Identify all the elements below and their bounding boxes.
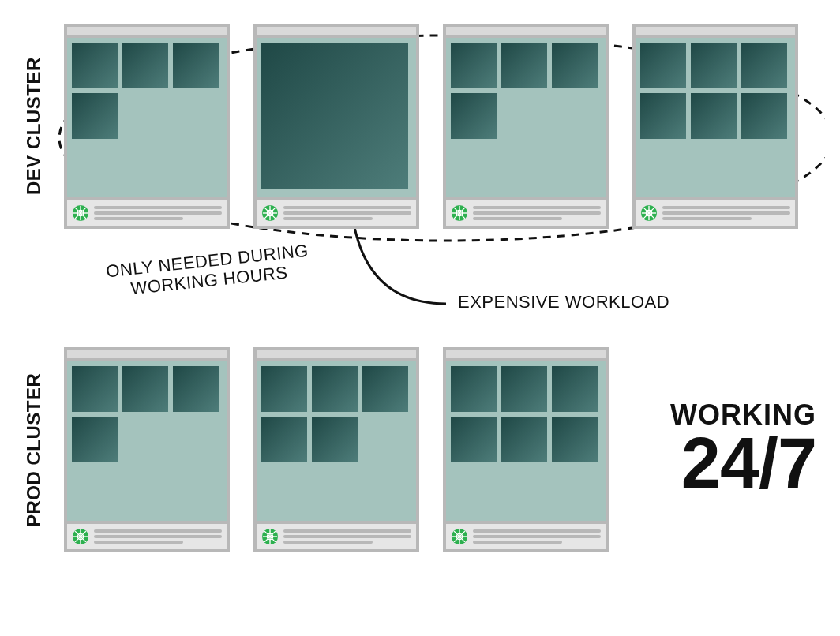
card-footer — [67, 197, 227, 226]
dev-cluster-row: DEV CLUSTER ONLY NEEDED DURING WORKING H… — [20, 24, 820, 229]
workload-pod — [741, 93, 787, 139]
card-footer — [446, 521, 606, 549]
cluster-node-card — [632, 24, 798, 229]
card-footer — [257, 197, 416, 226]
card-footer-lines — [473, 206, 601, 220]
workload-pod — [122, 43, 168, 88]
workload-pod — [501, 43, 547, 88]
helm-icon — [261, 528, 279, 545]
workload-pod — [640, 93, 686, 139]
card-footer — [446, 197, 606, 226]
card-body — [67, 38, 227, 197]
prod-cards — [64, 347, 609, 552]
card-footer — [636, 197, 795, 226]
workload-pod — [552, 43, 598, 88]
prod-cluster-label: PROD CLUSTER — [20, 347, 48, 552]
workload-pod-large — [261, 43, 408, 189]
dev-cluster-label: DEV CLUSTER — [20, 24, 48, 229]
helm-icon — [640, 204, 658, 222]
cluster-node-card — [253, 347, 419, 552]
pods-container — [261, 366, 411, 462]
workload-pod — [451, 93, 497, 139]
cluster-node-card — [64, 347, 230, 552]
card-titlebar — [257, 350, 416, 361]
card-body — [446, 361, 606, 521]
card-footer-lines — [662, 206, 790, 220]
workload-pod — [261, 417, 307, 462]
workload-pod — [451, 43, 497, 88]
workload-pod — [312, 417, 358, 462]
workload-pod — [552, 417, 598, 462]
workload-pod — [501, 366, 547, 412]
helm-icon — [451, 528, 468, 545]
helm-icon — [72, 528, 89, 545]
workload-pod — [312, 366, 358, 412]
card-footer — [257, 521, 416, 549]
card-titlebar — [67, 350, 227, 361]
card-body — [446, 38, 606, 197]
card-footer-lines — [283, 529, 411, 544]
workload-pod — [640, 43, 686, 88]
pods-container — [451, 43, 601, 139]
workload-pod — [173, 366, 219, 412]
card-footer-lines — [94, 206, 222, 220]
workload-pod — [451, 366, 497, 412]
card-body — [257, 361, 416, 521]
workload-pod — [691, 43, 737, 88]
workload-pod — [72, 417, 118, 462]
pods-container — [72, 366, 222, 462]
workload-pod — [72, 43, 118, 88]
cluster-node-card — [253, 24, 419, 229]
pods-container — [261, 43, 411, 189]
workload-pod — [72, 366, 118, 412]
card-titlebar — [446, 350, 606, 361]
workload-pod — [72, 93, 118, 139]
pods-container — [451, 366, 601, 462]
helm-icon — [72, 204, 89, 222]
card-body — [257, 38, 416, 197]
card-titlebar — [257, 27, 416, 38]
cluster-node-card — [443, 24, 609, 229]
pods-container — [640, 43, 790, 139]
helm-icon — [261, 204, 279, 222]
workload-pod — [362, 366, 408, 412]
card-body — [636, 38, 795, 197]
card-footer-lines — [94, 529, 222, 544]
workload-pod — [501, 417, 547, 462]
workload-pod — [122, 366, 168, 412]
card-footer-lines — [283, 206, 411, 220]
prod-cluster-row: PROD CLUSTER WORKING 24/7 — [20, 347, 820, 552]
card-titlebar — [636, 27, 795, 38]
card-footer-lines — [473, 529, 601, 544]
helm-icon — [451, 204, 468, 222]
workload-pod — [741, 43, 787, 88]
annotation-expensive-workload: EXPENSIVE WORKLOAD — [458, 292, 669, 312]
card-body — [67, 361, 227, 521]
card-titlebar — [67, 27, 227, 38]
workload-pod — [173, 43, 219, 88]
workload-pod — [451, 417, 497, 462]
cluster-node-card — [443, 347, 609, 552]
pods-container — [72, 43, 222, 139]
card-titlebar — [446, 27, 606, 38]
dev-cards — [64, 24, 798, 229]
workload-pod — [261, 366, 307, 412]
annotation-working-hours: ONLY NEEDED DURING WORKING HOURS — [105, 241, 311, 301]
workload-pod — [691, 93, 737, 139]
cluster-node-card — [64, 24, 230, 229]
workload-pod — [552, 366, 598, 412]
working-247-label: WORKING 24/7 — [670, 398, 816, 496]
card-footer — [67, 521, 227, 549]
